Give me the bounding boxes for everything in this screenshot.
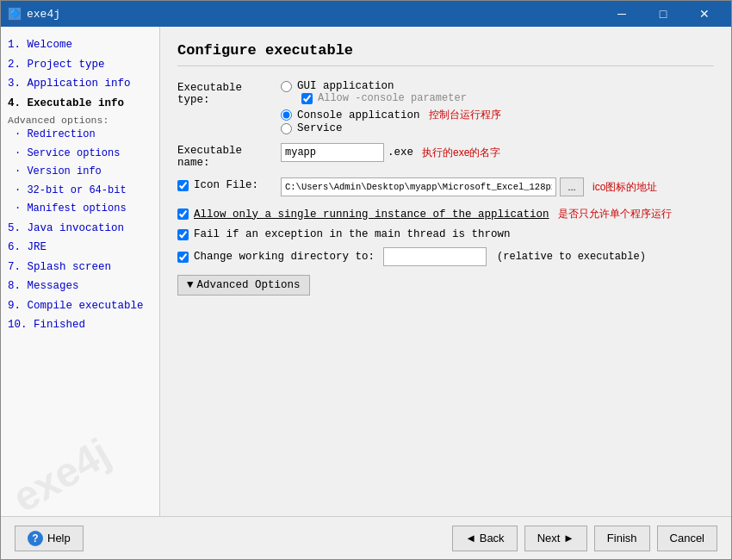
sidebar-item-project-type[interactable]: 2. Project type [8,55,152,75]
main-content: Configure executable Executable type: GU… [160,27,731,516]
change-workdir-suffix: (relative to executable) [497,251,646,263]
single-instance-label: Allow only a single running instance of … [194,208,549,221]
sidebar-item-application-info[interactable]: 3. Application info [8,74,152,94]
sidebar-item-splash-screen[interactable]: 7. Splash screen [8,258,152,277]
console-radio-item: Console application [281,109,420,121]
exe-type-control: GUI application Allow -console parameter… [281,80,714,134]
console-radio-label: Console application [297,109,420,121]
allow-console-checkbox[interactable] [301,93,313,104]
gui-radio-item: GUI application [281,80,714,92]
next-button[interactable]: Next ► [524,526,587,551]
single-instance-checkbox[interactable] [177,208,189,220]
exe-name-input[interactable] [281,143,384,162]
gui-radio[interactable] [281,81,292,92]
sidebar-watermark: exe4j [4,429,118,516]
sidebar-item-compile-executable[interactable]: 9. Compile executable [8,296,152,316]
console-radio-row: Console application 控制台运行程序 [281,108,714,122]
fail-exception-row: Fail if an exception in the main thread … [177,228,714,240]
allow-console-label: Allow -console parameter [318,92,467,104]
exe-name-inner-row: .exe 执行的exe的名字 [281,143,714,162]
help-label: Help [47,532,71,544]
back-label: ◄ Back [465,532,504,544]
icon-file-row: Icon File: ... ico图标的地址 [177,177,714,198]
service-radio-item: Service [281,122,714,134]
advanced-options-button[interactable]: ▼ Advanced Options [177,275,310,296]
icon-file-label: Icon File: [194,179,258,191]
main-window: 🔷 exe4j ─ □ ✕ 1. Welcome 2. Project type… [0,0,732,560]
single-instance-annotation: 是否只允许单个程序运行 [558,207,672,221]
icon-file-label-wrapper: Icon File: [177,177,281,198]
console-radio[interactable] [281,109,292,121]
sidebar-item-java-invocation[interactable]: 5. Java invocation [8,219,152,239]
icon-file-browse-button[interactable]: ... [560,177,584,196]
exe-input-row: .exe [281,143,413,162]
sidebar-item-jre[interactable]: 6. JRE [8,238,152,258]
change-workdir-label: Change working directory to: [194,251,375,263]
window-title: exe4j [27,8,602,21]
change-workdir-row: Change working directory to: (relative t… [177,247,714,266]
advanced-options-label: Advanced Options [197,279,301,291]
finish-label: Finish [607,532,637,544]
exe-type-label: Executable type: [177,80,281,106]
app-icon: 🔷 [8,7,22,21]
exe-name-label: Executable name: [177,143,281,169]
help-icon: ? [28,531,43,546]
sidebar-item-welcome[interactable]: 1. Welcome [8,35,152,55]
title-bar: 🔷 exe4j ─ □ ✕ [1,1,731,27]
gui-radio-label: GUI application [297,80,394,92]
icon-file-checkbox-row: Icon File: [177,179,281,191]
sidebar-item-executable-info[interactable]: 4. Executable info [8,94,152,114]
allow-console-row: Allow -console parameter [281,92,714,104]
icon-annotation: ico图标的地址 [592,180,657,195]
cancel-button[interactable]: Cancel [657,526,717,551]
change-workdir-input[interactable] [383,247,487,266]
page-title: Configure executable [177,42,714,66]
single-instance-row: Allow only a single running instance of … [177,207,714,221]
console-annotation: 控制台运行程序 [429,108,501,122]
advanced-options-arrow-icon: ▼ [187,279,194,291]
icon-file-input-row: ... [281,177,584,196]
change-workdir-checkbox[interactable] [177,252,189,263]
fail-exception-checkbox[interactable] [177,229,189,240]
single-instance-checkbox-row: Allow only a single running instance of … [177,208,549,221]
sidebar-item-redirection[interactable]: · Redirection [8,126,152,145]
finish-button[interactable]: Finish [594,526,650,551]
exe-suffix-label: .exe [388,146,413,159]
service-radio[interactable] [281,123,292,134]
icon-file-input[interactable] [281,177,556,196]
sidebar: 1. Welcome 2. Project type 3. Applicatio… [1,27,160,516]
icon-file-control: ... ico图标的地址 [281,177,714,196]
footer: ? Help ◄ Back Next ► Finish Cancel [1,516,731,559]
help-button[interactable]: ? Help [15,526,84,551]
sidebar-item-service-options[interactable]: · Service options [8,145,152,164]
exe-name-row: Executable name: .exe 执行的exe的名字 [177,143,714,169]
icon-file-checkbox[interactable] [177,180,189,191]
fail-exception-label: Fail if an exception in the main thread … [194,228,511,240]
exe-name-control: .exe 执行的exe的名字 [281,143,714,162]
exe-type-row: Executable type: GUI application Allow -… [177,80,714,134]
sidebar-item-manifest-options[interactable]: · Manifest options [8,200,152,219]
minimize-button[interactable]: ─ [602,1,642,27]
sidebar-item-version-info[interactable]: · Version info [8,163,152,182]
cancel-label: Cancel [670,532,704,544]
sidebar-item-32bit-64bit[interactable]: · 32-bit or 64-bit [8,182,152,201]
sidebar-adv-options-label: Advanced options: [8,115,152,126]
sidebar-item-messages[interactable]: 8. Messages [8,277,152,296]
service-radio-label: Service [297,122,343,134]
window-controls: ─ □ ✕ [602,1,724,27]
close-button[interactable]: ✕ [685,1,724,27]
sidebar-item-finished[interactable]: 10. Finished [8,315,152,335]
icon-file-inner-row: ... ico图标的地址 [281,177,714,196]
content-area: 1. Welcome 2. Project type 3. Applicatio… [1,27,731,516]
next-label: Next ► [537,532,574,544]
maximize-button[interactable]: □ [643,1,683,27]
back-button[interactable]: ◄ Back [452,526,517,551]
exe-name-annotation: 执行的exe的名字 [422,146,500,160]
